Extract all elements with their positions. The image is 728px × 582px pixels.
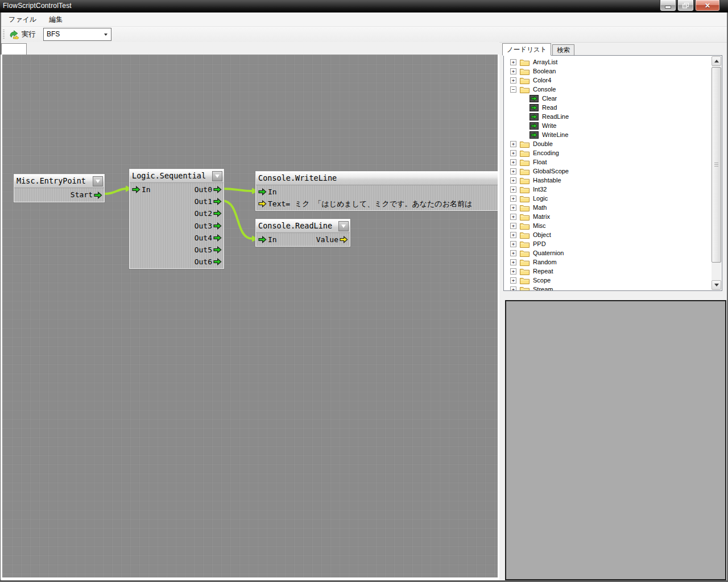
tree-item[interactable]: +Quaternion <box>506 248 710 257</box>
menu-edit[interactable]: 編集 <box>44 14 68 25</box>
expand-icon[interactable]: + <box>510 150 516 156</box>
expand-icon[interactable]: + <box>510 223 516 229</box>
tree-item[interactable]: +Int32 <box>506 185 710 194</box>
expand-icon[interactable]: + <box>510 168 516 174</box>
tree-item[interactable]: −Console <box>506 85 710 94</box>
output-port[interactable]: Out6 <box>195 256 222 268</box>
port-arrow-icon <box>213 198 222 205</box>
tree-item[interactable]: +Stream <box>506 285 710 291</box>
menu-file[interactable]: ファイル <box>3 14 42 25</box>
input-port[interactable]: Text= ミク 「はじめまして、ミクです。あなたのお名前は <box>258 198 472 210</box>
expand-icon[interactable]: + <box>510 196 516 202</box>
tree-item-label: Quaternion <box>533 250 564 256</box>
input-port[interactable]: In <box>258 234 277 246</box>
tree-item[interactable]: WriteLine <box>506 130 710 139</box>
tree-item[interactable]: Read <box>506 103 710 112</box>
expand-icon[interactable]: + <box>510 141 516 147</box>
node-console-writeline[interactable]: Console.WriteLine InText= ミク 「はじめまして、ミクで… <box>255 171 498 211</box>
expand-icon[interactable]: + <box>510 77 516 84</box>
minimize-button[interactable] <box>660 0 676 11</box>
tree-item[interactable]: +Repeat <box>506 267 710 276</box>
output-port[interactable]: Out2 <box>195 207 222 219</box>
tree-item[interactable]: +Encoding <box>506 148 710 157</box>
toolbar-grip[interactable] <box>3 30 5 40</box>
tree-item[interactable]: +Misc <box>506 221 710 230</box>
tree-item-label: Encoding <box>533 149 559 156</box>
folder-icon <box>520 286 530 292</box>
close-button[interactable]: ✕ <box>695 0 720 11</box>
scroll-up-button[interactable] <box>712 56 721 66</box>
output-port[interactable]: Out0 <box>195 184 222 196</box>
node-dropdown-button[interactable] <box>93 176 103 186</box>
node-misc-entrypoint[interactable]: Misc.EntryPoint Start <box>14 174 105 202</box>
expand-icon[interactable]: + <box>510 186 516 193</box>
tree-item[interactable]: +Object <box>506 230 710 239</box>
node-header[interactable]: Misc.EntryPoint <box>14 174 104 188</box>
restore-button[interactable] <box>677 0 694 11</box>
expand-icon[interactable]: + <box>510 259 516 265</box>
output-port[interactable]: Start <box>71 189 102 201</box>
node-logic-sequential[interactable]: Logic.Sequential InOut0Out1Out2Out3Out4O… <box>129 169 224 269</box>
node-console-readline[interactable]: Console.ReadLine InValue <box>255 219 350 247</box>
folder-icon <box>520 231 530 239</box>
tree-item[interactable]: +Math <box>506 203 710 212</box>
scrollbar-thumb[interactable] <box>712 67 721 263</box>
sidebar-tabs: ノードリスト 検索 <box>502 43 576 56</box>
node-header[interactable]: Console.WriteLine <box>256 172 498 185</box>
node-dropdown-button[interactable] <box>212 171 222 181</box>
scroll-down-button[interactable] <box>712 280 721 290</box>
expand-icon[interactable]: + <box>510 214 516 220</box>
collapse-icon[interactable]: − <box>510 86 516 93</box>
tab-node-list[interactable]: ノードリスト <box>502 43 551 56</box>
expand-icon[interactable]: + <box>510 68 516 74</box>
tree-item[interactable]: +Matrix <box>506 212 710 221</box>
run-button[interactable]: 実行 <box>7 28 39 40</box>
tree-item[interactable]: +Float <box>506 157 710 167</box>
canvas-tab[interactable] <box>1 43 27 55</box>
node-header[interactable]: Console.ReadLine <box>256 219 350 233</box>
folder-icon <box>520 149 530 157</box>
tree-item[interactable]: +GlobalScope <box>506 167 710 176</box>
tree-item[interactable]: +Boolean <box>506 66 710 76</box>
input-port[interactable]: In <box>258 186 277 198</box>
combo-dropdown-button[interactable] <box>101 29 110 40</box>
output-port[interactable]: Out1 <box>195 196 222 207</box>
output-port[interactable]: Out5 <box>195 244 222 256</box>
tree-item[interactable]: +Hashtable <box>506 176 710 185</box>
tree-item[interactable]: +Color4 <box>506 76 710 85</box>
expand-icon[interactable]: + <box>510 268 516 275</box>
expand-icon[interactable]: + <box>510 277 516 284</box>
expand-icon[interactable]: + <box>510 250 516 256</box>
tree-item[interactable]: +PPD <box>506 239 710 248</box>
node-dropdown-button[interactable] <box>338 221 349 231</box>
expand-icon[interactable]: + <box>510 59 516 65</box>
output-port[interactable]: Out4 <box>195 232 222 244</box>
tree-item[interactable]: +Logic <box>506 194 710 203</box>
expand-icon[interactable]: + <box>510 205 516 211</box>
expand-icon[interactable]: + <box>510 177 516 184</box>
output-port[interactable]: Out3 <box>195 220 222 232</box>
tab-search[interactable]: 検索 <box>552 44 574 56</box>
tree-item[interactable]: +Scope <box>506 276 710 285</box>
tree-item[interactable]: ReadLine <box>506 112 710 121</box>
tree-item[interactable]: Clear <box>506 94 710 103</box>
output-port[interactable]: Value <box>316 234 348 246</box>
node-row: Out5 <box>130 244 224 256</box>
tree-item[interactable]: +Random <box>506 257 710 267</box>
folder-icon <box>520 277 530 284</box>
tree-item[interactable]: Write <box>506 121 710 130</box>
node-header[interactable]: Logic.Sequential <box>130 169 224 183</box>
tree-item[interactable]: +ArrayList <box>506 57 710 66</box>
canvas-tabstrip <box>1 42 499 55</box>
input-port[interactable]: In <box>132 184 151 196</box>
expand-icon[interactable]: + <box>510 241 516 247</box>
expand-icon[interactable]: + <box>510 232 516 238</box>
expand-icon[interactable]: + <box>510 159 516 165</box>
run-mode-select[interactable]: BFS <box>43 28 111 41</box>
run-mode-value: BFS <box>47 30 60 38</box>
flow-canvas[interactable]: Misc.EntryPoint Start Logic.Sequential I… <box>2 55 498 577</box>
node-icon <box>530 122 539 130</box>
tree-scrollbar[interactable] <box>712 56 721 290</box>
expand-icon[interactable]: + <box>510 286 516 292</box>
tree-item[interactable]: +Double <box>506 139 710 148</box>
